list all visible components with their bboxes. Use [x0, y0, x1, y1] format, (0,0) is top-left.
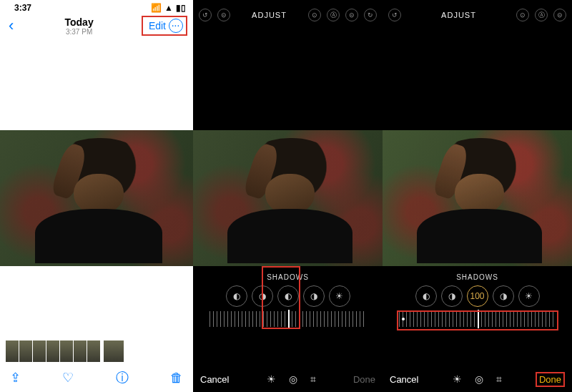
edit-button[interactable]: Edit — [149, 20, 166, 31]
crop-mode-icon[interactable]: ⌗ — [496, 373, 502, 386]
undo-icon[interactable]: ↺ — [388, 9, 401, 21]
spacer — [383, 30, 572, 130]
adjust-caption: SHADOWS — [456, 273, 498, 281]
done-button[interactable]: Done — [353, 374, 375, 385]
adjust-mode-icon[interactable]: ☀ — [267, 373, 276, 386]
back-button[interactable]: ‹ — [6, 16, 16, 35]
status-indicators: 📶 ▲ ▮▯ — [151, 3, 186, 13]
edit-panel-before: ↺ ⊝ ADJUST ⊙ Ⓐ ⊝ ↻ SHADOWS ◐ ◑ ◐ ◑ ☀ Can… — [193, 0, 383, 392]
info-icon[interactable]: ⓘ — [116, 369, 129, 386]
undo-strip: ↺ ⊝ — [199, 9, 230, 21]
photo-preview[interactable] — [383, 130, 572, 266]
title: Today — [16, 16, 142, 28]
favorite-icon[interactable]: ♡ — [62, 370, 74, 386]
cancel-button[interactable]: Cancel — [200, 374, 229, 385]
adjust-label: ADJUST — [441, 11, 476, 19]
title-block: Today 3:37 PM — [16, 16, 142, 36]
done-button[interactable]: Done — [536, 372, 565, 387]
adjust-controls: SHADOWS ◐ ◑ 100 ◑ ☀ — [383, 266, 572, 366]
adjust-option-5[interactable]: ☀ — [329, 285, 350, 307]
subtitle: 3:37 PM — [16, 28, 142, 36]
edit-panel-after: ↺ ADJUST ⊙ Ⓐ ⊝ SHADOWS ◐ ◑ 100 ◑ ☀ Cance… — [383, 0, 572, 392]
adjust-option-5[interactable]: ☀ — [518, 285, 540, 307]
adjust-option-1[interactable]: ◐ — [415, 285, 437, 307]
edit-top-bar: ↺ ADJUST ⊙ Ⓐ ⊝ — [383, 0, 572, 30]
more-icon[interactable]: ⊝ — [345, 9, 358, 21]
more-button[interactable]: ··· — [169, 19, 183, 33]
highlight-slider — [397, 310, 558, 330]
status-bar: 3:37 📶 ▲ ▮▯ — [0, 0, 193, 13]
thumbnail-strip[interactable] — [0, 340, 193, 363]
filters-mode-icon[interactable]: ◎ — [289, 373, 297, 386]
mode-icons: ☀ ◎ ⌗ — [453, 373, 502, 386]
spacer — [193, 30, 383, 130]
tool-strip: ⊙ Ⓐ ⊝ ↻ — [308, 9, 377, 21]
spacer — [0, 266, 193, 340]
adjust-label: ADJUST — [252, 11, 287, 19]
spacer — [0, 39, 193, 130]
filters-mode-icon[interactable]: ◎ — [475, 373, 483, 386]
nav-header: ‹ Today 3:37 PM Edit ··· — [0, 13, 193, 39]
redo-icon[interactable]: ↻ — [364, 9, 377, 21]
tool-icon[interactable]: ⊝ — [217, 9, 230, 21]
bottom-toolbar: ⇪ ♡ ⓘ 🗑 — [0, 363, 193, 392]
adjust-option-4[interactable]: ◑ — [303, 285, 325, 307]
photo-preview[interactable] — [0, 130, 193, 266]
adjust-option-1[interactable]: ◐ — [226, 285, 247, 307]
edit-top-bar: ↺ ⊝ ADJUST ⊙ Ⓐ ⊝ ↻ — [193, 0, 383, 30]
edit-highlight: Edit ··· — [142, 16, 187, 36]
eye-icon[interactable]: ⊙ — [308, 9, 321, 21]
adjust-presets: ◐ ◑ 100 ◑ ☀ — [383, 285, 572, 307]
tool-strip: ⊙ Ⓐ ⊝ — [516, 9, 566, 21]
edit-bottom-bar: Cancel ☀ ◎ ⌗ Done — [193, 366, 383, 392]
adjust-option-4[interactable]: ◑ — [493, 285, 514, 307]
cancel-button[interactable]: Cancel — [390, 374, 418, 385]
adjust-option-shadows-value[interactable]: 100 — [467, 285, 488, 307]
adjust-option-2[interactable]: ◑ — [441, 285, 463, 307]
photos-view-panel: 3:37 📶 ▲ ▮▯ ‹ Today 3:37 PM Edit ··· ⇪ ♡… — [0, 0, 193, 392]
undo-icon[interactable]: ↺ — [199, 9, 212, 21]
adjust-mode-icon[interactable]: ☀ — [453, 373, 462, 386]
more-icon[interactable]: ⊝ — [553, 9, 566, 21]
auto-icon[interactable]: Ⓐ — [535, 9, 548, 21]
auto-icon[interactable]: Ⓐ — [327, 9, 340, 21]
mode-icons: ☀ ◎ ⌗ — [267, 373, 316, 386]
highlight-shadows-option — [262, 266, 300, 329]
undo-strip: ↺ — [388, 9, 401, 21]
share-icon[interactable]: ⇪ — [10, 370, 21, 386]
eye-icon[interactable]: ⊙ — [516, 9, 529, 21]
edit-bottom-bar: Cancel ☀ ◎ ⌗ Done — [383, 366, 572, 392]
adjust-controls: SHADOWS ◐ ◑ ◐ ◑ ☀ — [193, 266, 383, 366]
crop-mode-icon[interactable]: ⌗ — [310, 373, 316, 386]
battery-icon: ▮▯ — [176, 3, 186, 13]
photo-preview[interactable] — [193, 130, 383, 266]
trash-icon[interactable]: 🗑 — [170, 371, 183, 386]
status-time: 3:37 — [14, 3, 31, 13]
signal-icon: 📶 — [151, 3, 162, 13]
wifi-icon: ▲ — [164, 3, 173, 13]
